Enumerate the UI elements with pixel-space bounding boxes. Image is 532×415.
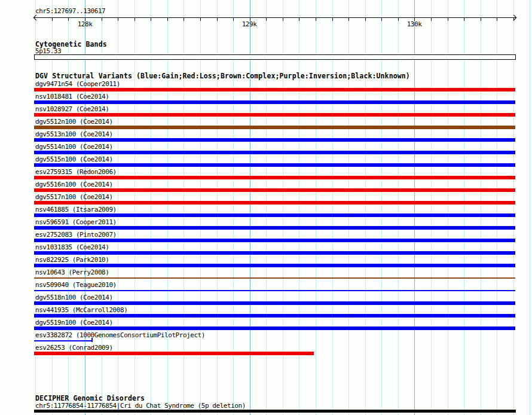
variant-bar[interactable] (34, 138, 515, 142)
decipher-track-title: DECIPHER Genomic Disorders (35, 395, 145, 402)
region-label: chr5:127697..130617 (35, 8, 105, 14)
ruler-tick (431, 18, 432, 21)
variant-bar[interactable] (34, 113, 515, 117)
ruler-tick (118, 18, 118, 21)
ruler-tick (233, 18, 234, 21)
variant-label[interactable]: nsv10643 (Perry2008) (35, 269, 109, 276)
dgv-variant-row: nsv1031835 (Coe2014) (0, 244, 532, 257)
variant-label[interactable]: esv2759315 (Redon2006) (35, 169, 117, 175)
dgv-variant-row: nsv461885 (Itsara2009) (0, 206, 532, 219)
variant-bar[interactable] (34, 213, 515, 217)
variant-label[interactable]: dgv5513n100 (Coe2014) (35, 131, 113, 138)
dgv-variant-row: nsv10643 (Perry2008) (0, 269, 532, 282)
variant-label[interactable]: dgv5517n100 (Coe2014) (35, 194, 113, 200)
ruler-tick (134, 18, 135, 21)
ruler-tick (332, 18, 333, 21)
ruler-tick (398, 18, 399, 21)
decipher-entry-label[interactable]: chr5:11776854-11776854|Cri du Chat Syndr… (35, 402, 246, 409)
ruler-axis-line (34, 17, 516, 18)
dgv-variant-row: dgv5518n100 (Coe2014) (0, 294, 532, 307)
cytoband-label[interactable]: 5p15.33 (35, 48, 61, 54)
ruler-tick (365, 18, 366, 21)
ruler-tick (497, 18, 497, 21)
variant-label[interactable]: nsv441935 (McCarroll2008) (35, 307, 127, 313)
ruler-tick (217, 18, 218, 21)
variant-bar[interactable] (34, 100, 515, 104)
ruler-tick (513, 18, 514, 21)
dgv-track-title: DGV Structural Variants (Blue:Gain;Red:L… (35, 72, 410, 80)
variant-bar[interactable] (34, 340, 93, 341)
cytoband-glyph[interactable] (34, 54, 516, 60)
variant-label[interactable]: nsv822925 (Park2010) (35, 257, 109, 263)
ruler-tick (481, 18, 481, 21)
dgv-variant-row: dgv5517n100 (Coe2014) (0, 194, 532, 206)
dgv-variant-row: dgv5515n100 (Coe2014) (0, 156, 532, 169)
decipher-entry-bar[interactable] (34, 410, 516, 413)
variant-label[interactable]: dgv5518n100 (Coe2014) (35, 294, 113, 301)
variant-label[interactable]: dgv5514n100 (Coe2014) (35, 144, 113, 150)
variant-label[interactable]: esv3382872 (1000GenomesConsortiumPilotPr… (35, 332, 205, 338)
variant-bar[interactable] (34, 126, 515, 129)
ruler-tick (266, 18, 267, 21)
ruler-tick (381, 18, 382, 21)
variant-bar[interactable] (34, 239, 515, 242)
variant-bar[interactable] (34, 151, 515, 154)
variant-bar[interactable] (34, 301, 515, 305)
dgv-variant-row: dgv5516n100 (Coe2014) (0, 181, 532, 194)
ruler-tick-label: 129k (242, 21, 257, 28)
variant-bar[interactable] (34, 163, 515, 167)
ruler-tick (200, 18, 201, 21)
variant-label[interactable]: dgv5512n100 (Coe2014) (35, 118, 113, 125)
dgv-variant-row: dgv5513n100 (Coe2014) (0, 131, 532, 144)
dgv-variant-row: dgv5514n100 (Coe2014) (0, 144, 532, 156)
ruler-tick (184, 18, 184, 21)
variant-label[interactable]: nsv1031835 (Coe2014) (35, 244, 109, 251)
dgv-variant-row: esv2752083 (Pinto2007) (0, 231, 532, 244)
dgv-variant-row: nsv441935 (McCarroll2008) (0, 307, 532, 319)
ruler-tick (167, 18, 168, 21)
variant-bar[interactable] (34, 88, 515, 91)
dgv-variant-row: esv26253 (Conrad2009) (0, 344, 532, 357)
variant-bar[interactable] (34, 176, 515, 179)
variant-label[interactable]: esv2752083 (Pinto2007) (35, 231, 117, 238)
variant-label[interactable]: dgv5516n100 (Coe2014) (35, 181, 113, 188)
dgv-variant-row: dgv5512n100 (Coe2014) (0, 118, 532, 131)
ruler-tick (283, 18, 283, 21)
dgv-variant-row: nsv509040 (Teague2010) (0, 282, 532, 294)
ruler-tick-label: 130k (407, 21, 422, 28)
ruler-tick (448, 18, 448, 21)
dgv-variant-row: dgv5519n100 (Coe2014) (0, 319, 532, 332)
ruler-tick (348, 18, 349, 21)
ruler-tick (52, 18, 53, 21)
ruler-tick (299, 18, 299, 21)
variant-bar[interactable] (34, 352, 314, 355)
variant-label[interactable]: dgv5519n100 (Coe2014) (35, 319, 113, 326)
variant-bar[interactable] (34, 201, 515, 205)
variant-bar[interactable] (34, 326, 515, 330)
variant-label[interactable]: nsv1028927 (Coe2014) (35, 106, 109, 112)
ruler-tick (68, 18, 69, 21)
genome-browser-panel: chr5:127697..130617 128k129k130k Cytogen… (0, 0, 532, 415)
variant-label[interactable]: dgv9471n54 (Cooper2011) (35, 81, 120, 87)
variant-label[interactable]: nsv461885 (Itsara2009) (35, 206, 117, 213)
variant-label[interactable]: nsv596591 (Cooper2011) (35, 219, 117, 225)
ruler-tick (316, 18, 316, 21)
variant-bar[interactable] (34, 264, 515, 267)
variant-bar[interactable] (34, 314, 515, 318)
variant-label[interactable]: dgv5515n100 (Coe2014) (35, 156, 113, 163)
variant-bar[interactable] (34, 290, 515, 291)
dgv-variant-row: esv3382872 (1000GenomesConsortiumPilotPr… (0, 332, 532, 344)
ruler-left-arrow-icon (33, 15, 39, 21)
variant-label[interactable]: nsv1018481 (Coe2014) (35, 93, 109, 100)
dgv-variant-row: nsv1018481 (Coe2014) (0, 93, 532, 106)
dgv-variant-row: dgv9471n54 (Cooper2011) (0, 81, 532, 93)
ruler-tick (151, 18, 151, 21)
variant-bar[interactable] (34, 188, 515, 192)
dgv-variant-row: nsv1028927 (Coe2014) (0, 106, 532, 118)
variant-bar[interactable] (34, 277, 515, 279)
variant-label[interactable]: esv26253 (Conrad2009) (35, 344, 113, 351)
variant-bar[interactable] (34, 226, 515, 230)
ruler-tick-label: 128k (78, 21, 93, 28)
variant-bar[interactable] (34, 251, 515, 255)
variant-label[interactable]: nsv509040 (Teague2010) (35, 282, 117, 288)
